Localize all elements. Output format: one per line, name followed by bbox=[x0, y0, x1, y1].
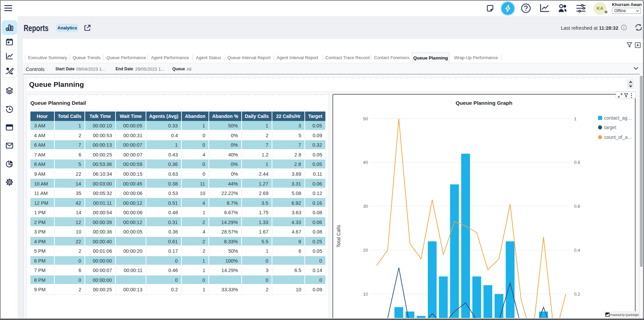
svg-text:contact_ag…: contact_ag… bbox=[604, 115, 632, 121]
svg-text:30: 30 bbox=[363, 204, 368, 209]
svg-text:target: target bbox=[604, 125, 616, 130]
svg-text:20: 20 bbox=[363, 248, 368, 253]
svg-text:50: 50 bbox=[363, 116, 368, 121]
svg-text:40: 40 bbox=[363, 160, 368, 165]
svg-text:0.4: 0.4 bbox=[574, 248, 580, 253]
svg-text:count_of_a…: count_of_a… bbox=[604, 134, 632, 140]
svg-text:Total Calls: Total Calls bbox=[336, 225, 341, 248]
svg-text:0.2: 0.2 bbox=[574, 292, 580, 297]
svg-text:10: 10 bbox=[363, 292, 368, 297]
svg-text:0.6: 0.6 bbox=[574, 204, 580, 209]
svg-text:0.8: 0.8 bbox=[574, 160, 580, 165]
svg-text:1: 1 bbox=[574, 116, 576, 121]
